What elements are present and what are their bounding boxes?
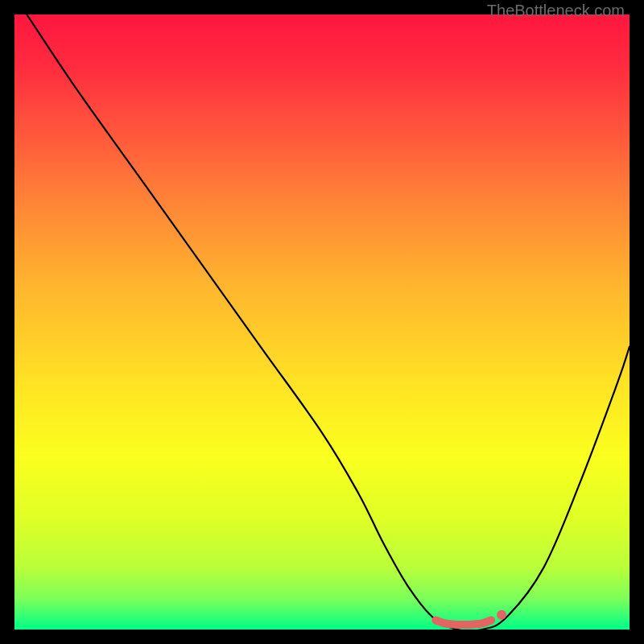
curve-layer (14, 14, 630, 630)
end-dot (497, 610, 506, 620)
chart-area (14, 14, 630, 630)
watermark-text: TheBottleneck.com (487, 2, 625, 20)
flat-region-marker (436, 621, 491, 625)
bottleneck-curve (27, 14, 630, 630)
